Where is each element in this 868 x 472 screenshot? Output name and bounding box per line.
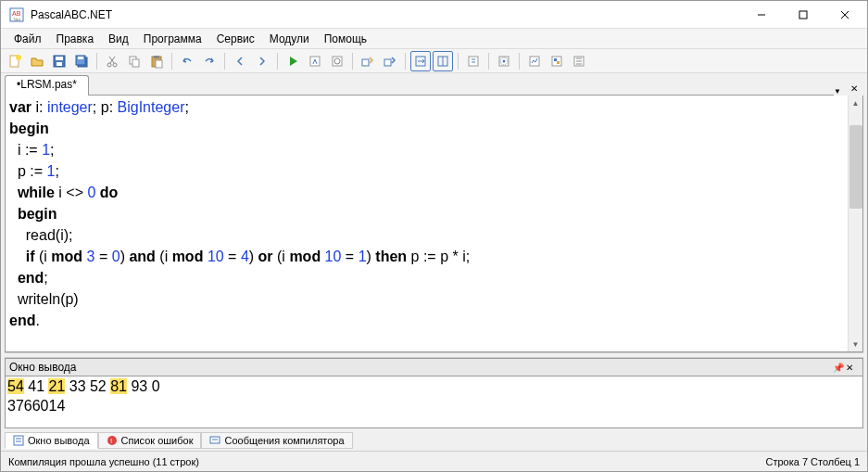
toggle1-icon[interactable] (410, 51, 431, 71)
errors-tab-icon: ! (107, 435, 118, 446)
redo-icon[interactable] (199, 51, 220, 71)
separator (171, 53, 172, 70)
maximize-button[interactable] (782, 2, 824, 28)
save-icon[interactable] (49, 51, 69, 71)
separator (96, 53, 97, 70)
editor-tab-row: •LRSM.pas* ▼ ✕ (1, 73, 867, 96)
svg-rect-24 (310, 57, 320, 66)
menu-program[interactable]: Программа (136, 31, 209, 47)
svg-rect-28 (384, 59, 391, 66)
tool-b-icon[interactable] (494, 51, 514, 71)
build-icon[interactable] (327, 51, 347, 71)
scroll-up-icon[interactable]: ▲ (849, 96, 862, 110)
title-bar: AB.Net PascalABC.NET (1, 1, 867, 29)
svg-rect-20 (132, 59, 139, 67)
svg-point-8 (16, 55, 21, 60)
tool-e-icon[interactable] (569, 51, 589, 71)
menu-help[interactable]: Помощь (317, 31, 374, 47)
separator (458, 53, 459, 70)
tab-errors[interactable]: ! Список ошибок (98, 432, 202, 449)
messages-tab-icon (209, 435, 220, 446)
separator (519, 53, 520, 70)
svg-rect-10 (56, 57, 63, 60)
menu-service[interactable]: Сервис (209, 31, 262, 47)
toggle2-icon[interactable] (433, 51, 453, 71)
window-title: PascalABC.NET (31, 8, 740, 21)
svg-rect-4 (799, 11, 807, 19)
scroll-down-icon[interactable]: ▼ (849, 337, 862, 351)
output-panel-title: Окно вывода (9, 361, 77, 374)
tool-c-icon[interactable] (524, 51, 545, 71)
menu-file[interactable]: Файл (6, 31, 49, 47)
separator (405, 53, 406, 70)
svg-point-16 (113, 63, 117, 67)
svg-point-37 (503, 59, 506, 62)
save-all-icon[interactable] (71, 51, 92, 71)
tabs-dropdown-icon[interactable]: ▼ (834, 87, 845, 96)
svg-rect-22 (154, 56, 159, 58)
svg-rect-42 (557, 61, 560, 64)
tool-d-icon[interactable] (547, 51, 567, 71)
svg-rect-11 (57, 62, 62, 66)
svg-rect-47 (14, 436, 23, 445)
status-bar: Компиляция прошла успешно (11 строк) Стр… (1, 451, 867, 471)
compile-icon[interactable] (305, 51, 325, 71)
menu-bar: Файл Правка Вид Программа Сервис Модули … (1, 29, 867, 49)
svg-rect-33 (469, 57, 478, 66)
pin-icon[interactable]: 📌 (833, 363, 846, 373)
separator (352, 53, 353, 70)
tab-close-icon[interactable]: ✕ (847, 81, 862, 96)
status-cursor: Строка 7 Столбец 1 (765, 456, 860, 467)
editor-scrollbar[interactable]: ▲ ▼ (848, 96, 862, 351)
undo-icon[interactable] (177, 51, 197, 71)
toolbar (1, 49, 867, 73)
tool-a-icon[interactable] (463, 51, 484, 71)
separator (277, 53, 278, 70)
tab-output[interactable]: Окно вывода (5, 432, 98, 449)
output-panel-header: Окно вывода 📌 ✕ (5, 358, 863, 376)
minimize-button[interactable] (740, 2, 782, 28)
copy-icon[interactable] (124, 51, 145, 71)
svg-rect-14 (78, 57, 83, 59)
menu-edit[interactable]: Правка (49, 31, 102, 47)
svg-line-17 (110, 57, 115, 63)
nav-forward-icon[interactable] (252, 51, 272, 71)
app-icon: AB.Net (8, 6, 25, 23)
nav-back-icon[interactable] (230, 51, 250, 71)
svg-text:AB: AB (12, 10, 21, 17)
close-button[interactable] (824, 2, 865, 28)
status-left: Компиляция прошла успешно (11 строк) (8, 456, 199, 467)
menu-modules[interactable]: Модули (262, 31, 317, 47)
open-file-icon[interactable] (27, 51, 47, 71)
svg-point-15 (107, 63, 111, 67)
new-file-icon[interactable] (5, 51, 25, 71)
svg-text:.Net: .Net (12, 17, 21, 22)
scroll-thumb[interactable] (849, 125, 862, 209)
separator (224, 53, 225, 70)
separator (488, 53, 489, 70)
step-over-icon[interactable] (358, 51, 378, 71)
svg-line-18 (109, 57, 114, 63)
svg-text:!: ! (110, 437, 112, 445)
svg-rect-41 (554, 58, 557, 61)
code-editor[interactable]: var i: integer; p: BigInteger; begin i :… (5, 96, 863, 352)
svg-rect-23 (156, 60, 162, 68)
menu-view[interactable]: Вид (101, 31, 136, 47)
cut-icon[interactable] (102, 51, 122, 71)
svg-rect-27 (362, 59, 369, 66)
output-tab-icon (13, 435, 24, 446)
paste-icon[interactable] (146, 51, 167, 71)
step-into-icon[interactable] (380, 51, 400, 71)
file-tab[interactable]: •LRSM.pas* (5, 75, 89, 96)
bottom-tab-row: Окно вывода ! Список ошибок Сообщения ко… (5, 430, 863, 451)
output-area[interactable]: 54 41 21 33 52 81 93 0 3766014 (5, 376, 863, 428)
tab-compiler-messages[interactable]: Сообщения компилятора (201, 432, 352, 449)
run-icon[interactable] (283, 51, 303, 71)
panel-close-icon[interactable]: ✕ (846, 363, 859, 373)
